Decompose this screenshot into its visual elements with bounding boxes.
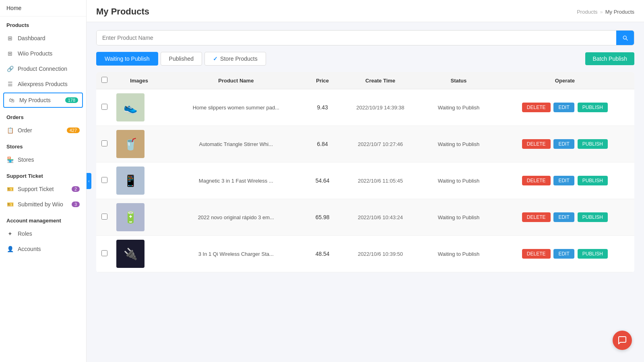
row-create-time: 2022/10/19 14:39:38	[339, 89, 422, 126]
col-price: Price	[306, 72, 339, 89]
main-header: My Products Products » My Products	[87, 0, 644, 22]
row-checkbox[interactable]	[101, 250, 107, 256]
sidebar-section-stores: Stores	[0, 138, 86, 152]
row-checkbox[interactable]	[101, 140, 107, 146]
tab-store-products[interactable]: ✓ Store Products	[204, 52, 266, 66]
store-check-icon: ✓	[213, 56, 218, 62]
delete-button[interactable]: DELETE	[522, 249, 551, 259]
row-image-cell: 📱	[112, 162, 166, 199]
row-status: Waiting to Publish	[422, 199, 495, 236]
edit-button[interactable]: EDIT	[553, 139, 574, 149]
sidebar-home[interactable]: Home	[0, 0, 86, 16]
table-row: 🔌 3 In 1 Qi Wireless Charger Sta... 48.5…	[96, 236, 634, 272]
sidebar-item-aliexpress-products[interactable]: ☰ Aliexpress Products	[0, 76, 86, 92]
search-input[interactable]	[97, 31, 616, 45]
main-content: My Products Products » My Products Waiti…	[87, 0, 644, 362]
table-header-row: Images Product Name Price Create Time St…	[96, 72, 634, 89]
product-image: 📱	[116, 167, 144, 195]
table-row: 🥤 Automatic Triangle Stirrer Whi... 6.84…	[96, 126, 634, 162]
publish-button[interactable]: PUBLISH	[578, 103, 608, 112]
list-icon: ☰	[6, 80, 14, 88]
col-status: Status	[422, 72, 495, 89]
col-operate: Operate	[495, 72, 634, 89]
sidebar-section-account: Account management	[0, 212, 86, 226]
sidebar-item-stores[interactable]: 🏪 Stores	[0, 152, 86, 167]
product-image: 🔌	[116, 240, 144, 268]
bag-icon: 🛍	[8, 97, 15, 104]
sidebar: Home Products ⊞ Dashboard ⊞ Wiio Product…	[0, 0, 87, 362]
sidebar-item-label: My Products	[19, 97, 51, 103]
tab-waiting-to-publish[interactable]: Waiting to Publish	[96, 52, 158, 66]
link-icon: 🔗	[6, 65, 14, 72]
product-image: 👟	[116, 93, 144, 121]
row-status: Waiting to Publish	[422, 236, 495, 272]
sidebar-item-product-connection[interactable]: 🔗 Product Connection	[0, 61, 86, 76]
header-checkbox-cell	[96, 72, 112, 89]
title-row: My Products Products » My Products	[96, 6, 634, 17]
sidebar-collapse-tab[interactable]: ‹	[87, 173, 91, 189]
row-status: Waiting to Publish	[422, 162, 495, 199]
search-bar	[96, 30, 634, 45]
batch-publish-button[interactable]: Batch Publish	[585, 52, 634, 65]
sidebar-item-roles[interactable]: ✦ Roles	[0, 226, 86, 241]
sidebar-item-support-ticket[interactable]: 🎫 Support Ticket 2	[0, 181, 86, 197]
row-price: 54.64	[306, 162, 339, 199]
publish-button[interactable]: PUBLISH	[578, 176, 608, 185]
search-icon	[622, 35, 628, 41]
col-images: Images	[112, 72, 166, 89]
edit-button[interactable]: EDIT	[553, 212, 574, 222]
sidebar-item-accounts[interactable]: 👤 Accounts	[0, 241, 86, 257]
publish-button[interactable]: PUBLISH	[578, 212, 608, 222]
delete-button[interactable]: DELETE	[522, 176, 551, 185]
row-create-time: 2022/10/6 10:43:24	[339, 199, 422, 236]
sidebar-item-label: Aliexpress Products	[18, 81, 68, 87]
publish-button[interactable]: PUBLISH	[578, 249, 608, 259]
ticket-icon: 🎫	[6, 185, 14, 193]
breadcrumb-separator: »	[600, 9, 603, 15]
roles-icon: ✦	[6, 230, 14, 237]
sidebar-section-support: Support Ticket	[0, 167, 86, 181]
main-body: Waiting to Publish Published ✓ Store Pro…	[87, 22, 644, 362]
chat-button[interactable]	[613, 331, 632, 350]
sidebar-item-my-products[interactable]: 🛍 My Products 178	[3, 93, 83, 108]
select-all-checkbox[interactable]	[101, 77, 107, 83]
row-image-cell: 🔋	[112, 199, 166, 236]
row-price: 65.98	[306, 199, 339, 236]
row-image-cell: 🥤	[112, 126, 166, 162]
sidebar-item-label: Stores	[18, 156, 34, 163]
row-product-name: 3 In 1 Qi Wireless Charger Sta...	[166, 236, 306, 272]
row-operate-cell: DELETE EDIT PUBLISH	[495, 236, 634, 272]
row-create-time: 2022/10/6 11:05:45	[339, 162, 422, 199]
delete-button[interactable]: DELETE	[522, 139, 551, 149]
edit-button[interactable]: EDIT	[553, 176, 574, 185]
breadcrumb-products: Products	[577, 9, 597, 15]
row-checkbox[interactable]	[101, 177, 107, 183]
delete-button[interactable]: DELETE	[522, 103, 551, 112]
sidebar-item-submitted-by-wiio[interactable]: 🎫 Submitted by Wiio 3	[0, 197, 86, 212]
sidebar-item-wiio-products[interactable]: ⊞ Wiio Products	[0, 46, 86, 61]
table-row: 🔋 2022 novo original rápido 3 em... 65.9…	[96, 199, 634, 236]
col-create-time: Create Time	[339, 72, 422, 89]
tab-published[interactable]: Published	[161, 52, 202, 66]
sidebar-item-label: Support Ticket	[18, 186, 54, 192]
row-checkbox[interactable]	[101, 214, 107, 220]
edit-button[interactable]: EDIT	[553, 103, 574, 112]
sidebar-item-dashboard[interactable]: ⊞ Dashboard	[0, 31, 86, 46]
edit-button[interactable]: EDIT	[553, 249, 574, 259]
row-operate-cell: DELETE EDIT PUBLISH	[495, 89, 634, 126]
row-price: 6.84	[306, 126, 339, 162]
row-product-name: Magnetic 3 in 1 Fast Wireless ...	[166, 162, 306, 199]
row-operate-cell: DELETE EDIT PUBLISH	[495, 162, 634, 199]
tab-store-label: Store Products	[220, 56, 258, 62]
row-image-cell: 👟	[112, 89, 166, 126]
accounts-icon: 👤	[6, 245, 14, 253]
publish-button[interactable]: PUBLISH	[578, 139, 608, 149]
sidebar-item-label: Product Connection	[18, 66, 67, 72]
dashboard-icon: ⊞	[6, 35, 14, 42]
row-checkbox-cell	[96, 162, 112, 199]
row-status: Waiting to Publish	[422, 89, 495, 126]
delete-button[interactable]: DELETE	[522, 212, 551, 222]
row-checkbox[interactable]	[101, 104, 107, 110]
search-button[interactable]	[616, 31, 634, 45]
sidebar-item-order[interactable]: 📋 Order 427	[0, 123, 86, 138]
